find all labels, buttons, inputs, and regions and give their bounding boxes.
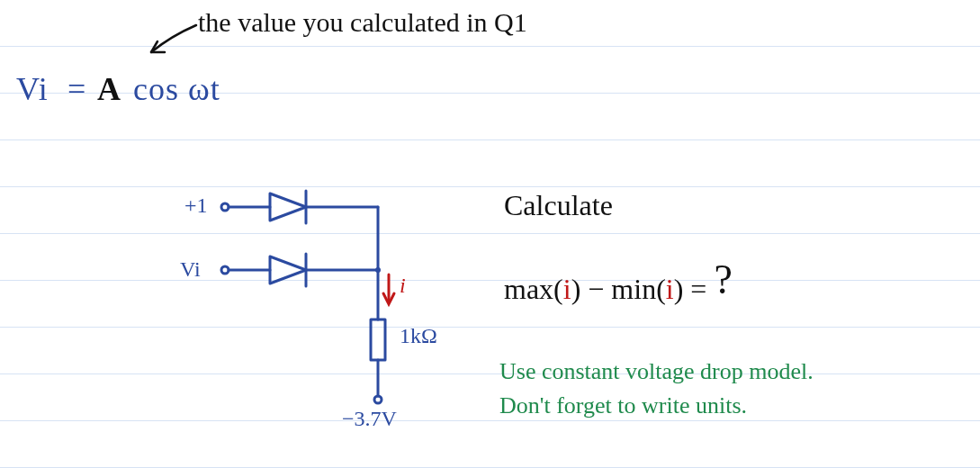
hint-line1: Use constant voltage drop model. <box>499 358 814 385</box>
expr-qmark: ? <box>714 256 732 302</box>
terminal-supply <box>374 396 382 403</box>
calculate-header: Calculate <box>504 189 613 222</box>
label-vi: Vi <box>180 257 201 282</box>
resistor <box>371 320 385 360</box>
label-current-i: i <box>400 274 406 298</box>
notebook-page: the value you calculated in Q1 Vi = A co… <box>0 0 980 468</box>
expression: max(i) − min(i) = ? <box>504 261 733 309</box>
node-dot <box>375 267 381 273</box>
diode-bottom-triangle <box>270 256 306 284</box>
label-plus1: +1 <box>184 194 208 218</box>
hint-line2: Don't forget to write units. <box>499 392 747 419</box>
expr-end: ) = <box>674 273 707 305</box>
diode-top-triangle <box>270 194 306 220</box>
expr-i2: i <box>666 273 674 305</box>
label-resistor: 1kΩ <box>400 324 437 348</box>
label-supply: −3.7V <box>342 407 397 431</box>
expr-mid: ) − min( <box>571 273 666 305</box>
expr-i1: i <box>563 273 571 305</box>
circuit-svg <box>0 0 980 468</box>
expr-max: max( <box>504 273 563 305</box>
